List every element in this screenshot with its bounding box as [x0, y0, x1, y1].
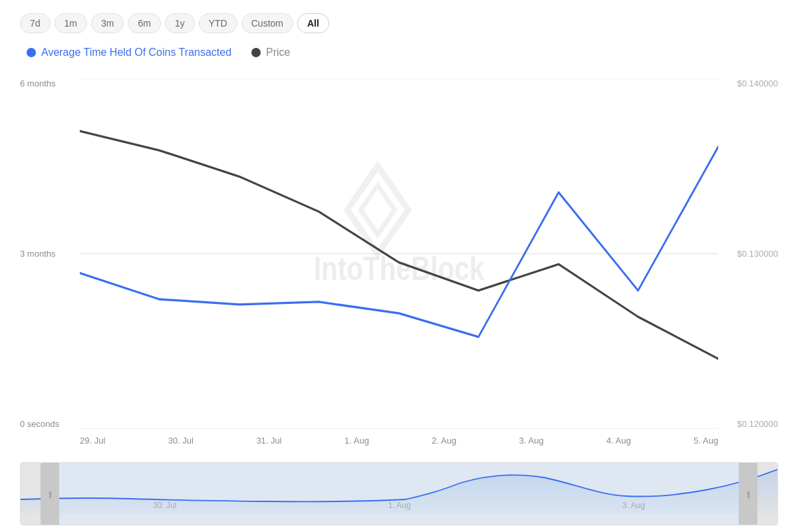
y-axis-left: 6 months 3 months 0 seconds: [20, 78, 80, 456]
x-label-6: 4. Aug: [606, 436, 631, 455]
chart-svg: IntoTheBlock: [80, 78, 718, 429]
legend-label-series2: Price: [266, 47, 290, 59]
mini-x-label-2: 3. Aug: [622, 501, 645, 510]
filter-custom[interactable]: Custom: [241, 13, 293, 33]
time-filter-bar: 7d 1m 3m 6m 1y YTD Custom All: [20, 13, 778, 33]
filter-1m[interactable]: 1m: [55, 13, 87, 33]
y-label-mid: 3 months: [20, 249, 80, 259]
mini-x-labels: 30. Jul 1. Aug 3. Aug: [21, 501, 777, 510]
filter-6m[interactable]: 6m: [128, 13, 160, 33]
y-label-top: 6 months: [20, 78, 80, 88]
filter-7d[interactable]: 7d: [20, 13, 51, 33]
y-label-right-top: $0.140000: [737, 78, 778, 88]
mini-handle-right[interactable]: ||: [739, 463, 757, 525]
mini-chart-container: 30. Jul 1. Aug 3. Aug || || ◄ ||| ►: [20, 462, 778, 525]
y-label-bottom: 0 seconds: [20, 419, 80, 429]
filter-3m[interactable]: 3m: [91, 13, 124, 33]
x-label-3: 1. Aug: [344, 436, 369, 455]
x-label-0: 29. Jul: [80, 436, 105, 455]
scrollbar: ◄ ||| ►: [21, 525, 777, 525]
filter-ytd[interactable]: YTD: [199, 13, 237, 33]
legend-item-series2: Price: [251, 47, 290, 59]
main-chart-area: IntoTheBlock 29. Jul 30. Jul 31. Jul 1. …: [80, 78, 718, 456]
y-label-right-mid: $0.130000: [737, 249, 778, 259]
x-label-7: 5. Aug: [694, 436, 718, 455]
svg-marker-3: [347, 166, 408, 254]
legend-dot-dark: [251, 48, 261, 57]
chart-wrapper: 6 months 3 months 0 seconds IntoTheBlock: [20, 78, 778, 456]
y-label-right-bottom: $0.120000: [737, 419, 778, 429]
mini-chart-inner: 30. Jul 1. Aug 3. Aug || ||: [21, 463, 777, 525]
x-label-4: 2. Aug: [432, 436, 456, 455]
x-axis-labels: 29. Jul 30. Jul 31. Jul 1. Aug 2. Aug 3.…: [80, 432, 718, 455]
legend-label-series1: Average Time Held Of Coins Transacted: [41, 47, 231, 59]
handle-lines-left: ||: [49, 490, 51, 498]
x-label-1: 30. Jul: [168, 436, 194, 455]
mini-handle-left[interactable]: ||: [41, 463, 59, 525]
legend-dot-blue: [27, 48, 36, 57]
mini-x-label-0: 30. Jul: [153, 501, 176, 510]
x-label-5: 3. Aug: [519, 436, 544, 455]
handle-lines-right: ||: [747, 490, 749, 498]
chart-legend: Average Time Held Of Coins Transacted Pr…: [20, 47, 778, 59]
svg-text:IntoTheBlock: IntoTheBlock: [314, 250, 485, 287]
svg-marker-4: [360, 186, 394, 235]
filter-1y[interactable]: 1y: [165, 13, 195, 33]
filter-all[interactable]: All: [297, 13, 329, 33]
legend-item-series1: Average Time Held Of Coins Transacted: [27, 47, 231, 59]
x-label-2: 31. Jul: [256, 436, 281, 455]
y-axis-right: $0.140000 $0.130000 $0.120000: [718, 78, 778, 456]
mini-x-label-1: 1. Aug: [388, 501, 411, 510]
